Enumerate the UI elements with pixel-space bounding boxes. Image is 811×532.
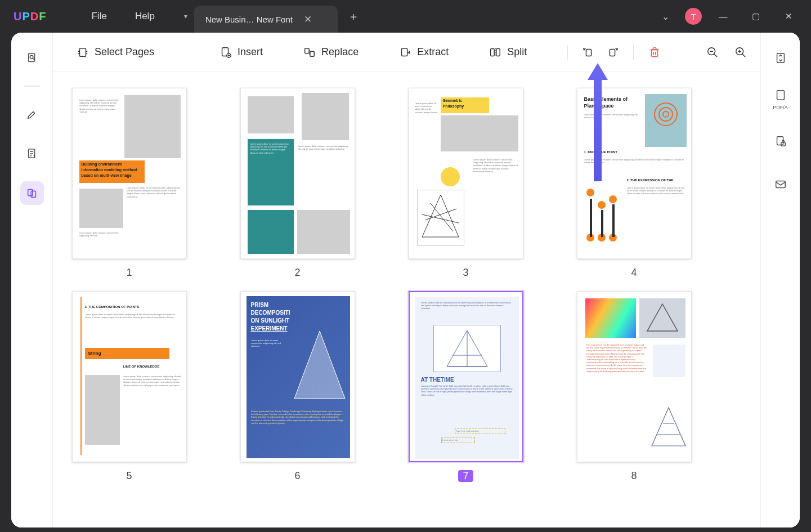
edit-page-icon[interactable] bbox=[20, 142, 44, 166]
page5-string: String bbox=[88, 351, 101, 356]
rail-divider bbox=[24, 86, 40, 87]
page-number: 3 bbox=[463, 267, 468, 279]
page-thumbnail-4[interactable]: Basic Elements of Plane Space Lorem ipsu… bbox=[577, 88, 692, 259]
replace-icon bbox=[303, 46, 316, 59]
svg-rect-4 bbox=[28, 190, 32, 196]
svg-marker-31 bbox=[647, 304, 678, 331]
page-thumbnail-7[interactable]: These studies laid the foundation for th… bbox=[409, 291, 523, 462]
page-thumbnail-5[interactable]: 3. THE COMPOSITION OF POINTS Lorem ipsum… bbox=[72, 291, 187, 462]
split-label: Split bbox=[507, 46, 527, 58]
page-cell: PRISM DECOMPOSITI ON SUNLIGHT EXPERIMENT… bbox=[235, 291, 360, 482]
pdfa-label: PDF/A bbox=[773, 105, 788, 110]
svg-rect-6 bbox=[80, 48, 86, 56]
insert-button[interactable]: Insert bbox=[212, 43, 271, 62]
app-logo: UPDF bbox=[14, 10, 46, 23]
document-tab[interactable]: New Busin… New Font ✕ bbox=[194, 6, 338, 33]
tab-list-dropdown[interactable]: ▾ bbox=[177, 0, 194, 33]
center-area: Select Pages Insert Replace Extract Spli… bbox=[53, 33, 760, 527]
zoom-out-icon bbox=[706, 46, 719, 59]
insert-icon bbox=[219, 46, 232, 59]
svg-rect-16 bbox=[610, 49, 615, 56]
titlebar-right: ⌄ T — ▢ ✕ bbox=[656, 0, 811, 33]
page-thumbnail-6[interactable]: PRISM DECOMPOSITI ON SUNLIGHT EXPERIMENT… bbox=[240, 291, 355, 462]
titlebar: UPDF File Help ▾ New Busin… New Font ✕ ＋… bbox=[0, 0, 811, 33]
page-thumbnail-1[interactable]: Lorem ipsum dolor sit amet consectetur a… bbox=[72, 88, 187, 259]
page3-title2: Philosophy bbox=[443, 104, 464, 108]
page-thumbnail-8[interactable]: This experiment can be repeated over and… bbox=[577, 291, 692, 462]
svg-line-24 bbox=[742, 54, 746, 57]
rotate-left-button[interactable] bbox=[578, 43, 599, 62]
thumbnail-area[interactable]: Lorem ipsum dolor sit amet consectetur a… bbox=[53, 72, 760, 527]
zoom-in-icon bbox=[734, 46, 747, 59]
organize-pages-icon[interactable] bbox=[20, 181, 44, 205]
close-tab-button[interactable]: ✕ bbox=[301, 14, 315, 25]
menu-help[interactable]: Help bbox=[135, 11, 155, 22]
page-thumbnail-3[interactable]: Geometric Philosophy Lorem ipsum dolor s… bbox=[409, 88, 523, 259]
toolbar-separator bbox=[633, 45, 634, 60]
page-cell: Lorem ipsum dolor sit amet consectetur a… bbox=[66, 88, 192, 279]
highlighter-icon[interactable] bbox=[20, 102, 44, 126]
window-minimize[interactable]: — bbox=[712, 12, 734, 21]
svg-marker-30 bbox=[294, 331, 345, 399]
svg-point-29 bbox=[663, 111, 669, 117]
page1-hl1: Building environment bbox=[82, 162, 122, 166]
thumbnail-grid: Lorem ipsum dolor sit amet consectetur a… bbox=[66, 88, 697, 482]
rotate-right-icon bbox=[606, 46, 619, 59]
split-button[interactable]: Split bbox=[481, 43, 535, 62]
toolbar-zoom bbox=[704, 33, 749, 72]
user-avatar[interactable]: T bbox=[685, 8, 702, 25]
p6-t3: ON SUNLIGHT bbox=[251, 318, 290, 324]
page1-hl3: based on multi-view image bbox=[82, 173, 132, 177]
rotate-left-icon bbox=[583, 46, 595, 59]
p7-hint: Type here and add text bbox=[455, 428, 505, 434]
svg-rect-17 bbox=[652, 50, 658, 56]
page-number: 5 bbox=[126, 470, 132, 482]
page-number: 4 bbox=[631, 267, 637, 279]
page4-sec1: 1. KNOW THE POINT bbox=[584, 150, 617, 154]
extract-label: Extract bbox=[417, 46, 449, 58]
extract-button[interactable]: Extract bbox=[391, 43, 456, 62]
window-close[interactable]: ✕ bbox=[777, 11, 800, 21]
window-maximize[interactable]: ▢ bbox=[745, 11, 767, 21]
page5-line: LINE OF KNOWLEDGE bbox=[123, 365, 160, 368]
page-number: 8 bbox=[631, 470, 637, 482]
tab-strip: ▾ New Busin… New Font ✕ ＋ bbox=[177, 0, 365, 33]
convert-icon[interactable] bbox=[769, 46, 792, 70]
page-number: 1 bbox=[126, 267, 132, 279]
svg-point-28 bbox=[659, 108, 673, 121]
svg-rect-36 bbox=[776, 181, 785, 188]
svg-rect-33 bbox=[777, 91, 784, 100]
replace-button[interactable]: Replace bbox=[295, 43, 366, 62]
extract-icon bbox=[399, 46, 411, 59]
page4-title1: Basic Elements of bbox=[584, 96, 628, 102]
p6-t4: EXPERIMENT bbox=[251, 325, 288, 332]
delete-button[interactable] bbox=[644, 43, 665, 62]
replace-label: Replace bbox=[321, 46, 359, 58]
workspace: Select Pages Insert Replace Extract Spli… bbox=[11, 33, 800, 527]
p7-hint2: this is a text box bbox=[441, 437, 475, 443]
page-thumbnail-2[interactable]: Lorem ipsum dolor sit amet consectetur a… bbox=[240, 88, 355, 259]
svg-rect-12 bbox=[491, 48, 494, 56]
zoom-out-button[interactable] bbox=[704, 44, 721, 61]
tab-title: New Busin… New Font bbox=[205, 15, 293, 24]
pdfa-icon[interactable] bbox=[769, 89, 792, 101]
zoom-in-button[interactable] bbox=[732, 44, 749, 61]
insert-label: Insert bbox=[238, 46, 263, 58]
titlebar-dropdown[interactable]: ⌄ bbox=[656, 11, 675, 22]
menu-file[interactable]: File bbox=[91, 11, 106, 22]
page4-sec2: 2. THE EXPRESSION OF THE bbox=[627, 178, 674, 182]
p7-headline: AT THETIME bbox=[421, 377, 454, 383]
search-page-icon[interactable] bbox=[20, 46, 44, 70]
select-pages-icon bbox=[77, 46, 89, 59]
page4-title2: Plane Space bbox=[584, 103, 614, 109]
mail-icon[interactable] bbox=[769, 172, 792, 196]
new-tab-button[interactable]: ＋ bbox=[342, 5, 365, 28]
page-number: 6 bbox=[294, 470, 300, 482]
lock-document-icon[interactable] bbox=[769, 129, 792, 153]
left-rail bbox=[11, 33, 53, 527]
select-pages-button[interactable]: Select Pages bbox=[69, 43, 162, 62]
page-cell: This experiment can be repeated over and… bbox=[571, 291, 697, 482]
rotate-right-button[interactable] bbox=[602, 43, 623, 62]
page5-sec: 3. THE COMPOSITION OF POINTS bbox=[85, 305, 140, 309]
svg-rect-15 bbox=[586, 49, 592, 56]
